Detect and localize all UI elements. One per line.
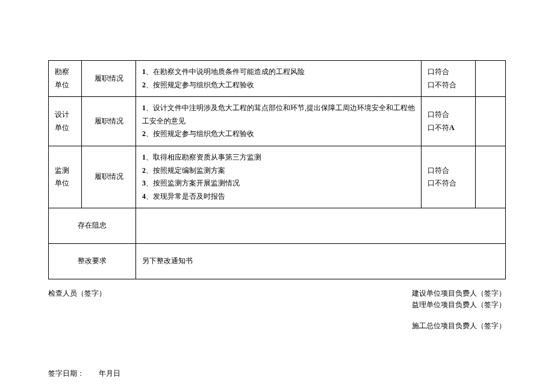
result-cell: 口符合 口不符A xyxy=(422,97,476,146)
supervision-unit-signature: 益理单位项目负费人（签字） xyxy=(412,300,506,310)
item-text: 、按照规定编制监测方案 xyxy=(146,166,225,175)
item-text: 、按照规定参与组织危大工程验收 xyxy=(146,129,254,138)
checkbox-nonconform-suffix: A xyxy=(449,123,455,132)
unit-cell: 设计单位 xyxy=(49,97,82,146)
unit-cell: 监测单位 xyxy=(49,146,82,208)
duty-cell: 履职情况 xyxy=(82,146,136,208)
checkbox-conform: 口符合 xyxy=(428,110,449,119)
checkbox-conform: 口符合 xyxy=(428,67,449,76)
checkbox-nonconform-prefix: 口不符 xyxy=(428,123,449,132)
unit-cell: 勘察单位 xyxy=(49,61,82,97)
exist-hinder-content xyxy=(136,208,506,244)
signature-section: 检查人员（签字） 建设单位项目负费人（签字） 益理单位项目负费人（签字） 施工总… xyxy=(48,288,506,379)
duty-cell: 履职情况 xyxy=(82,97,136,146)
checkbox-conform: 口符合 xyxy=(428,166,449,175)
table-row: 存在阻忠 xyxy=(49,208,506,244)
contractor-signature: 施工总位项目负费人（签字） xyxy=(412,321,506,331)
rectify-content: 另下整改通知书 xyxy=(136,243,506,279)
exist-hinder-label: 存在阻忠 xyxy=(49,208,136,244)
item-text: 、在勘察文件中说明地质条件可能造成的工程风险 xyxy=(146,67,305,76)
construction-unit-signature: 建设单位项目负费人（签字） xyxy=(412,288,506,299)
desc-cell: 1、在勘察文件中说明地质条件可能造成的工程风险 2、按照规定参与组织危大工程验收 xyxy=(136,61,422,97)
table-row: 整改要求 另下整改通知书 xyxy=(49,243,506,279)
signature-date: 签字日期： 年月日 xyxy=(48,332,506,379)
item-text: 、设计文件中注明涉及危大工程的茸点部位和环节,提出保障工周边环境安全和工程他工安… xyxy=(142,104,415,125)
empty-cell xyxy=(476,61,506,97)
right-signatures: 建设单位项目负费人（签字） 益理单位项目负费人（签字） 施工总位项目负费人（签字… xyxy=(412,288,506,332)
date-value: 年月日 xyxy=(99,369,120,378)
result-cell: 口符合 口不符合 xyxy=(422,61,476,97)
duty-cell: 履职情况 xyxy=(82,61,136,97)
desc-cell: 1、设计文件中注明涉及危大工程的茸点部位和环节,提出保障工周边环境安全和工程他工… xyxy=(136,97,422,146)
table-row: 监测单位 履职情况 1、取得相应勘察资质从事第三方监测 2、按照规定编制监测方案… xyxy=(49,146,506,208)
checkbox-nonconform: 口不符合 xyxy=(428,81,456,89)
inspection-table: 勘察单位 履职情况 1、在勘察文件中说明地质条件可能造成的工程风险 2、按照规定… xyxy=(48,60,506,279)
item-text: 、按照规定参与组织危大工程验收 xyxy=(146,81,254,89)
date-label: 签字日期： xyxy=(48,369,84,378)
empty-cell xyxy=(476,97,506,146)
checkbox-nonconform: 口不符合 xyxy=(428,179,456,187)
item-text: 、发现异常是否及时报告 xyxy=(146,192,225,201)
table-row: 勘察单位 履职情况 1、在勘察文件中说明地质条件可能造成的工程风险 2、按照规定… xyxy=(49,61,506,97)
item-text: 、取得相应勘察资质从事第三方监测 xyxy=(146,153,261,161)
table-row: 设计单位 履职情况 1、设计文件中注明涉及危大工程的茸点部位和环节,提出保障工周… xyxy=(49,97,506,146)
result-cell: 口符合 口不符合 xyxy=(422,146,476,208)
rectify-label: 整改要求 xyxy=(49,243,136,279)
item-text: 、按照监测方案开展监测情况 xyxy=(146,179,240,187)
inspector-signature: 检查人员（签字） xyxy=(48,288,106,299)
desc-cell: 1、取得相应勘察资质从事第三方监测 2、按照规定编制监测方案 3、按照监测方案开… xyxy=(136,146,422,208)
empty-cell xyxy=(476,146,506,208)
